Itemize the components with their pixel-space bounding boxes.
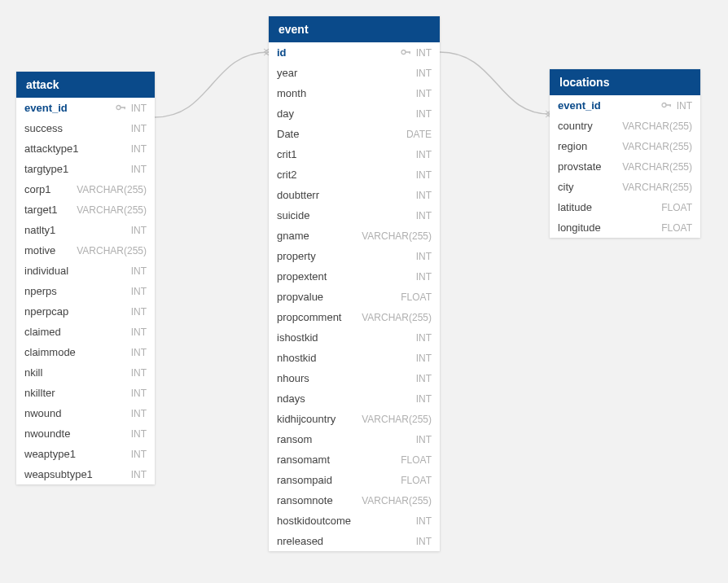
column-row[interactable]: provstateVARCHAR(255) — [550, 156, 700, 177]
column-type: FLOAT — [661, 202, 692, 213]
column-row[interactable]: targtype1INT — [16, 159, 155, 179]
column-row[interactable]: propcommentVARCHAR(255) — [269, 307, 440, 327]
table-header[interactable]: event — [269, 16, 440, 42]
column-type: DATE — [406, 129, 432, 140]
column-name: nreleased — [277, 535, 416, 547]
column-type: INT — [131, 327, 147, 338]
column-name: claimmode — [24, 346, 131, 358]
column-type: INT — [416, 353, 432, 364]
entity-table-locations[interactable]: locations event_idINTcountryVARCHAR(255)… — [550, 69, 700, 238]
column-type: VARCHAR(255) — [362, 414, 432, 425]
column-row[interactable]: doubtterrINT — [269, 185, 440, 205]
column-row[interactable]: ndaysINT — [269, 388, 440, 409]
column-row[interactable]: claimmodeINT — [16, 342, 155, 362]
column-row[interactable]: nperpsINT — [16, 281, 155, 301]
column-type: FLOAT — [401, 292, 432, 303]
column-row[interactable]: nreleasedINT — [269, 531, 440, 551]
connector-attack-event — [155, 52, 269, 117]
table-header[interactable]: locations — [550, 69, 700, 95]
column-row[interactable]: crit2INT — [269, 164, 440, 185]
column-row[interactable]: claimedINT — [16, 322, 155, 342]
column-row[interactable]: nwoundINT — [16, 403, 155, 423]
column-row[interactable]: kidhijcountryVARCHAR(255) — [269, 409, 440, 429]
column-row[interactable]: nperpcapINT — [16, 301, 155, 322]
column-name: success — [24, 122, 131, 134]
column-row[interactable]: weaptype1INT — [16, 444, 155, 464]
column-type: INT — [131, 347, 147, 358]
column-row[interactable]: individualINT — [16, 261, 155, 281]
column-row[interactable]: propertyINT — [269, 246, 440, 266]
column-row[interactable]: gnameVARCHAR(255) — [269, 226, 440, 246]
column-type: INT — [416, 149, 432, 160]
column-row[interactable]: propvalueFLOAT — [269, 287, 440, 307]
column-name: latitude — [558, 201, 661, 213]
column-row[interactable]: corp1VARCHAR(255) — [16, 179, 155, 199]
column-type: INT — [416, 373, 432, 384]
column-type: INT — [131, 265, 147, 277]
column-type: VARCHAR(255) — [622, 161, 692, 173]
column-type: INT — [416, 190, 432, 201]
column-row[interactable]: suicideINT — [269, 205, 440, 226]
column-row[interactable]: cityVARCHAR(255) — [550, 177, 700, 197]
column-type: INT — [131, 123, 147, 134]
column-row[interactable]: nhoursINT — [269, 368, 440, 388]
column-row[interactable]: ransomamtFLOAT — [269, 449, 440, 470]
column-name: targtype1 — [24, 163, 131, 175]
column-row[interactable]: countryVARCHAR(255) — [550, 116, 700, 136]
column-row[interactable]: ransomnoteVARCHAR(255) — [269, 490, 440, 511]
column-row[interactable]: nkillterINT — [16, 383, 155, 403]
column-row[interactable]: nkillINT — [16, 362, 155, 383]
column-row[interactable]: event_idINT — [16, 98, 155, 118]
entity-table-attack[interactable]: attack event_idINTsuccessINTattacktype1I… — [16, 72, 155, 484]
column-row[interactable]: natlty1INT — [16, 220, 155, 240]
column-type: VARCHAR(255) — [77, 204, 147, 216]
column-row[interactable]: ransompaidFLOAT — [269, 470, 440, 490]
column-name: individual — [24, 265, 131, 277]
column-type: INT — [416, 393, 432, 405]
column-type: FLOAT — [401, 475, 432, 486]
column-type: INT — [131, 367, 147, 379]
table-header[interactable]: attack — [16, 72, 155, 98]
erd-canvas: attack event_idINTsuccessINTattacktype1I… — [0, 0, 728, 583]
column-row[interactable]: nhostkidINT — [269, 348, 440, 368]
column-name: property — [277, 250, 416, 262]
column-row[interactable]: hostkidoutcomeINT — [269, 511, 440, 531]
column-name: gname — [277, 230, 362, 242]
entity-table-event[interactable]: event idINTyearINTmonthINTdayINTDateDATE… — [269, 16, 440, 551]
column-row[interactable]: target1VARCHAR(255) — [16, 199, 155, 220]
column-type: INT — [416, 536, 432, 547]
column-row[interactable]: dayINT — [269, 103, 440, 124]
column-list: event_idINTsuccessINTattacktype1INTtargt… — [16, 98, 155, 484]
column-name: propvalue — [277, 291, 401, 303]
column-row[interactable]: weapsubtype1INT — [16, 464, 155, 484]
column-row[interactable]: attacktype1INT — [16, 138, 155, 159]
column-type: INT — [131, 449, 147, 460]
column-name: natlty1 — [24, 224, 131, 236]
column-name: country — [558, 120, 622, 132]
column-name: ndays — [277, 392, 416, 405]
column-type: INT — [131, 103, 147, 114]
column-name: nwound — [24, 407, 131, 419]
column-row[interactable]: nwoundteINT — [16, 423, 155, 444]
column-row[interactable]: DateDATE — [269, 124, 440, 144]
column-row[interactable]: yearINT — [269, 63, 440, 83]
column-row[interactable]: idINT — [269, 42, 440, 63]
column-type: INT — [131, 428, 147, 440]
column-row[interactable]: latitudeFLOAT — [550, 197, 700, 217]
column-type: VARCHAR(255) — [622, 121, 692, 132]
column-type: INT — [416, 68, 432, 79]
column-row[interactable]: crit1INT — [269, 144, 440, 164]
column-row[interactable]: successINT — [16, 118, 155, 138]
column-row[interactable]: motiveVARCHAR(255) — [16, 240, 155, 261]
column-row[interactable]: ishostkidINT — [269, 327, 440, 348]
column-row[interactable]: event_idINT — [550, 95, 700, 116]
column-row[interactable]: regionVARCHAR(255) — [550, 136, 700, 156]
column-row[interactable]: monthINT — [269, 83, 440, 103]
column-type: INT — [131, 388, 147, 399]
column-row[interactable]: ransomINT — [269, 429, 440, 449]
column-name: crit2 — [277, 169, 416, 181]
column-type: INT — [416, 88, 432, 99]
column-name: ishostkid — [277, 331, 416, 344]
column-row[interactable]: propextentINT — [269, 266, 440, 287]
column-row[interactable]: longitudeFLOAT — [550, 217, 700, 238]
